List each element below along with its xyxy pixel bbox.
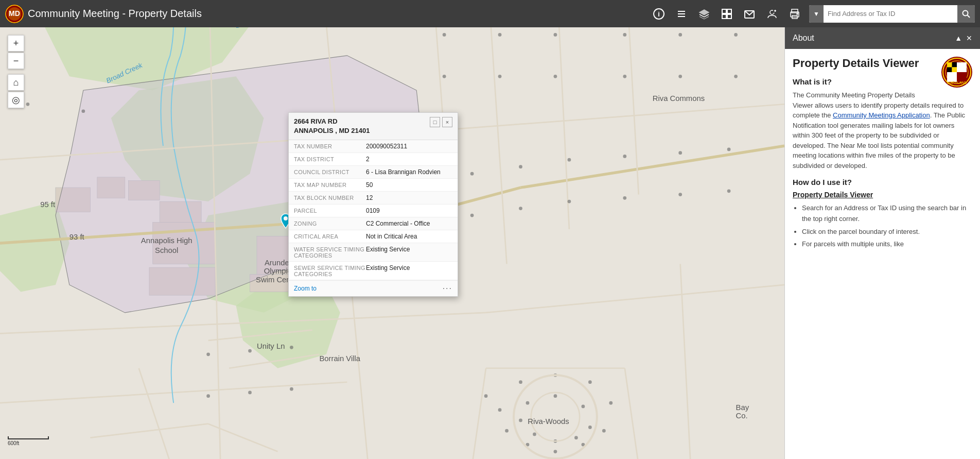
popup-field-value: Existing Service	[366, 264, 452, 271]
svg-point-108	[554, 394, 557, 398]
popup-field-value: 2	[366, 156, 452, 163]
popup-field-label: ZONING	[294, 220, 366, 227]
svg-point-81	[206, 394, 210, 398]
popup-field-label: PARCEL	[294, 207, 366, 214]
home-btn[interactable]: ⌂	[8, 74, 24, 91]
info-tool-btn[interactable]: i	[649, 4, 669, 24]
print-tool-btn[interactable]	[784, 4, 805, 24]
svg-point-105	[505, 429, 509, 433]
popup-field-value: 0109	[366, 207, 452, 214]
popup-close-btn[interactable]: ×	[442, 117, 452, 127]
svg-point-84	[470, 172, 474, 176]
svg-point-107	[526, 401, 530, 405]
popup-field-value: C2 Commercial - Office	[366, 220, 452, 227]
svg-point-80	[290, 346, 293, 349]
popup-row: TAX BLOCK NUMBER12	[289, 192, 458, 205]
svg-rect-12	[727, 14, 731, 19]
layers-tool-btn[interactable]	[694, 4, 714, 24]
community-meetings-link[interactable]: Community Meetings Application	[833, 111, 930, 119]
search-container: ▼	[809, 5, 975, 23]
panel-collapse-btn[interactable]: ▲	[955, 34, 962, 42]
popup-zoom-link[interactable]: Zoom to	[294, 285, 317, 292]
svg-point-21	[797, 13, 798, 14]
svg-point-89	[727, 148, 731, 151]
search-dropdown-btn[interactable]: ▼	[809, 5, 824, 23]
zoom-out-btn[interactable]: −	[8, 53, 24, 69]
svg-point-79	[248, 349, 252, 353]
svg-point-69	[734, 33, 738, 37]
svg-rect-149	[952, 62, 957, 67]
person-tool-btn[interactable]	[762, 4, 782, 24]
popup-row: TAX MAP NUMBER50	[289, 179, 458, 192]
svg-point-144	[284, 216, 288, 220]
list-tool-btn[interactable]	[671, 4, 692, 24]
svg-point-87	[623, 155, 626, 158]
svg-point-85	[519, 165, 522, 168]
scale-marks: 600ft	[8, 440, 49, 446]
svg-point-22	[963, 10, 968, 15]
panel-body: MARYLAND Property Details Viewer What is…	[785, 49, 980, 459]
svg-rect-10	[727, 9, 731, 13]
toolbar: i	[649, 4, 805, 24]
how-to-use-list: Search for an Address or Tax ID using th…	[802, 203, 972, 250]
page-title: Community Meeting - Property Details	[28, 8, 644, 20]
svg-point-95	[727, 189, 731, 193]
map-container[interactable]: Broad Creek Park Broad Creek Broad Creek…	[0, 27, 784, 459]
popup-address-line2: ANNAPOLIS , MD 21401	[294, 126, 370, 135]
popup-more-btn[interactable]: ···	[443, 284, 452, 293]
list-item: For parcels with multiple units, like	[802, 239, 972, 250]
svg-point-97	[519, 380, 522, 384]
what-is-it-text: The Community Meeting Property Details V…	[793, 90, 972, 171]
svg-point-100	[609, 401, 612, 405]
svg-point-66	[554, 33, 557, 37]
popup-footer: Zoom to ···	[289, 280, 458, 296]
svg-rect-150	[947, 67, 952, 73]
how-to-use-subheading: Property Details Viewer	[793, 191, 972, 199]
mail-tool-btn[interactable]	[739, 4, 760, 24]
svg-point-110	[588, 426, 592, 429]
panel-title: About	[793, 33, 814, 43]
grid-tool-btn[interactable]	[716, 4, 737, 24]
popup-header-buttons: □ ×	[430, 117, 452, 127]
panel-logo: MARYLAND	[941, 57, 972, 88]
search-submit-btn[interactable]	[957, 5, 975, 23]
svg-point-92	[568, 200, 571, 203]
popup-row: COUNCIL DISTRICT6 - Lisa Brannigan Rodvi…	[289, 166, 458, 179]
svg-text:Co.: Co.	[736, 412, 748, 420]
svg-text:Riva Commons: Riva Commons	[653, 94, 705, 103]
svg-rect-11	[722, 14, 726, 19]
svg-point-70	[443, 75, 446, 78]
list-item: Search for an Address or Tax ID using th…	[802, 203, 972, 225]
compass-btn[interactable]: ◎	[8, 92, 24, 108]
popup-row: PARCEL0109	[289, 205, 458, 217]
svg-point-65	[498, 33, 502, 37]
popup-row: TAX DISTRICT2	[289, 153, 458, 166]
map-controls: + − ⌂ ◎	[8, 35, 24, 108]
popup-field-value: 12	[366, 194, 452, 201]
popup-field-value: Existing Service	[366, 246, 452, 253]
popup-field-value: 6 - Lisa Brannigan Rodvien	[366, 168, 452, 176]
popup-resize-btn[interactable]: □	[430, 117, 440, 127]
svg-point-82	[248, 391, 252, 395]
popup-field-label: TAX DISTRICT	[294, 156, 366, 162]
search-input[interactable]	[824, 5, 957, 23]
popup-field-label: TAX NUMBER	[294, 143, 366, 149]
svg-point-75	[734, 75, 738, 78]
app-logo: MD	[5, 5, 24, 23]
popup-field-label: TAX MAP NUMBER	[294, 181, 366, 188]
popup-row: ZONINGC2 Commercial - Office	[289, 217, 458, 230]
main-area: Broad Creek Park Broad Creek Broad Creek…	[0, 27, 980, 459]
popup-row: WATER SERVICE TIMING CATEGORIESExisting …	[289, 243, 458, 262]
panel-close-btn[interactable]: ✕	[966, 34, 972, 42]
zoom-in-btn[interactable]: +	[8, 35, 24, 52]
panel-header: About ▲ ✕	[785, 27, 980, 49]
svg-rect-148	[947, 62, 952, 67]
svg-point-96	[484, 394, 488, 398]
svg-rect-152	[957, 62, 967, 72]
popup-body: TAX NUMBER200090052311TAX DISTRICT2COUNC…	[289, 140, 458, 280]
popup-field-label: CRITICAL AREA	[294, 233, 366, 240]
app-header: MD Community Meeting - Property Details …	[0, 0, 980, 27]
svg-point-90	[470, 214, 474, 217]
svg-rect-9	[722, 9, 726, 13]
map-popup: 2664 RIVA RD ANNAPOLIS , MD 21401 □ × TA…	[288, 112, 458, 297]
